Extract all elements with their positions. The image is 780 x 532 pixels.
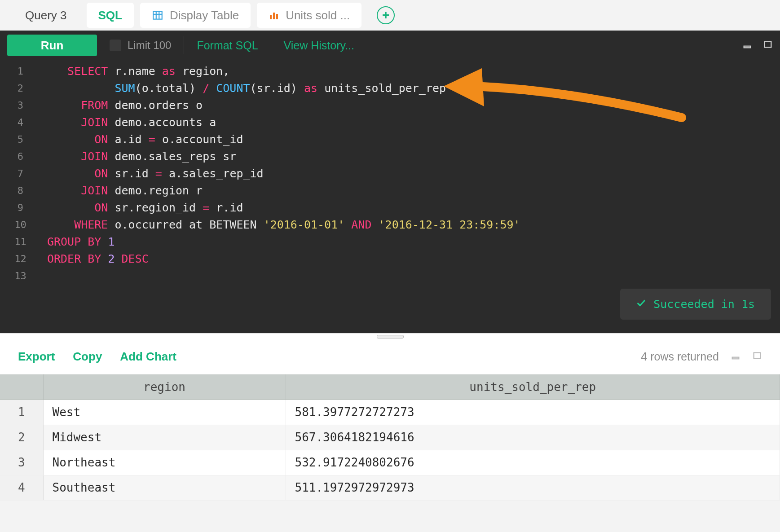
export-button[interactable]: Export	[18, 350, 55, 364]
table-row[interactable]: 3Northeast532.9172240802676	[0, 450, 780, 475]
divider	[184, 36, 184, 54]
run-button[interactable]: Run	[7, 35, 97, 56]
code-line[interactable]: JOIN demo.accounts a	[47, 114, 780, 131]
svg-rect-6	[276, 14, 278, 19]
line-number: 9	[0, 199, 41, 216]
status-toast: Succeeded in 1s	[620, 289, 771, 320]
status-text: Succeeded in 1s	[653, 298, 755, 311]
row-number: 4	[0, 475, 43, 500]
limit-label: Limit 100	[128, 39, 171, 52]
line-number: 11	[0, 233, 41, 251]
tab-label: Display Table	[170, 9, 239, 22]
cell-units-sold-per-rep: 567.3064182194616	[286, 425, 780, 450]
maximize-icon[interactable]	[763, 40, 773, 51]
row-number: 2	[0, 425, 43, 450]
svg-rect-4	[270, 15, 272, 19]
rownum-header	[0, 374, 43, 400]
svg-rect-9	[765, 42, 771, 48]
results-table: region units_sold_per_rep 1West581.39772…	[0, 374, 780, 501]
line-number: 13	[0, 268, 41, 285]
tab-units-sold[interactable]: Units sold ...	[257, 3, 361, 28]
add-tab-button[interactable]: +	[377, 6, 395, 24]
line-number: 10	[0, 216, 41, 233]
tabs-row: Query 3 SQL Display Table Units sold ...…	[0, 0, 780, 31]
code-line[interactable]: ON sr.region_id = r.id	[47, 199, 780, 216]
line-number: 6	[0, 148, 41, 165]
cell-region: Northeast	[43, 450, 286, 475]
row-number: 1	[0, 400, 43, 425]
line-number: 3	[0, 97, 41, 114]
maximize-icon[interactable]	[752, 350, 762, 363]
code-line[interactable]: FROM demo.orders o	[47, 97, 780, 114]
sql-editor[interactable]: 12345678910111213 SELECT r.name as regio…	[0, 60, 780, 333]
line-gutter: 12345678910111213	[0, 60, 41, 333]
code-line[interactable]: JOIN demo.sales_reps sr	[47, 148, 780, 165]
minimize-icon[interactable]	[742, 40, 752, 51]
svg-rect-8	[744, 46, 751, 48]
cell-units-sold-per-rep: 511.1972972972973	[286, 475, 780, 500]
table-icon	[152, 9, 163, 21]
plus-icon: +	[382, 9, 389, 22]
line-number: 4	[0, 114, 41, 131]
cell-units-sold-per-rep: 581.3977272727273	[286, 400, 780, 425]
code-line[interactable]: SELECT r.name as region,	[47, 63, 780, 80]
line-number: 5	[0, 131, 41, 148]
tab-sql[interactable]: SQL	[87, 3, 134, 28]
editor-toolbar: Run Limit 100 Format SQL View History...	[0, 31, 780, 60]
cell-region: Southeast	[43, 475, 286, 500]
view-history-button[interactable]: View History...	[284, 39, 354, 52]
add-chart-button[interactable]: Add Chart	[120, 350, 176, 364]
results-toolbar: Export Copy Add Chart 4 rows returned	[0, 339, 780, 374]
column-header[interactable]: region	[43, 374, 286, 400]
table-header-row: region units_sold_per_rep	[0, 374, 780, 400]
tab-display-table[interactable]: Display Table	[140, 3, 251, 28]
rows-returned-label: 4 rows returned	[641, 350, 719, 363]
tab-label: Units sold ...	[286, 9, 350, 22]
checkbox-icon	[110, 40, 121, 51]
code-line[interactable]: JOIN demo.region r	[47, 182, 780, 199]
limit-toggle[interactable]: Limit 100	[110, 39, 171, 52]
query-title: Query 3	[7, 9, 80, 22]
row-number: 3	[0, 450, 43, 475]
pane-splitter[interactable]	[0, 333, 780, 339]
check-icon	[636, 298, 646, 311]
line-number: 12	[0, 251, 41, 268]
table-row[interactable]: 2Midwest567.3064182194616	[0, 425, 780, 450]
line-number: 8	[0, 182, 41, 199]
copy-button[interactable]: Copy	[73, 350, 102, 364]
code-line[interactable]	[47, 268, 780, 285]
tab-label: SQL	[98, 9, 122, 22]
code-line[interactable]: WHERE o.occurred_at BETWEEN '2016-01-01'…	[47, 216, 780, 233]
code-line[interactable]: GROUP BY 1	[47, 233, 780, 251]
line-number: 1	[0, 63, 41, 80]
chart-icon	[269, 10, 279, 21]
svg-rect-10	[732, 357, 739, 359]
line-number: 7	[0, 165, 41, 182]
svg-rect-5	[273, 13, 275, 19]
code-line[interactable]: SUM(o.total) / COUNT(sr.id) as units_sol…	[47, 80, 780, 97]
minimize-icon[interactable]	[731, 350, 740, 363]
format-sql-button[interactable]: Format SQL	[197, 39, 258, 52]
column-header[interactable]: units_sold_per_rep	[286, 374, 780, 400]
divider	[271, 36, 271, 54]
table-row[interactable]: 1West581.3977272727273	[0, 400, 780, 425]
cell-units-sold-per-rep: 532.9172240802676	[286, 450, 780, 475]
code-line[interactable]: ORDER BY 2 DESC	[47, 251, 780, 268]
cell-region: Midwest	[43, 425, 286, 450]
code-line[interactable]: ON a.id = o.account_id	[47, 131, 780, 148]
line-number: 2	[0, 80, 41, 97]
drag-handle-icon	[377, 335, 404, 339]
code-line[interactable]: ON sr.id = a.sales_rep_id	[47, 165, 780, 182]
table-row[interactable]: 4Southeast511.1972972972973	[0, 475, 780, 500]
svg-rect-0	[153, 11, 162, 19]
svg-rect-11	[754, 353, 761, 359]
cell-region: West	[43, 400, 286, 425]
